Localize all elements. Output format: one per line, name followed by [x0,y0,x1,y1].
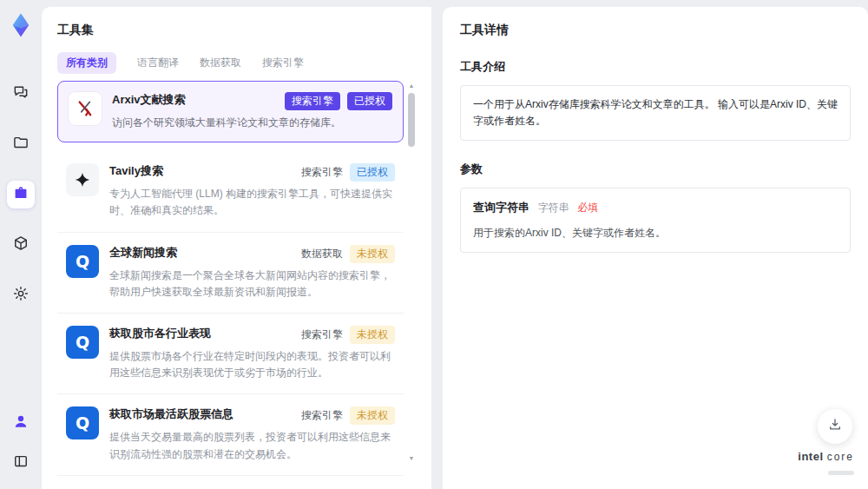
scrollbar-down-arrow[interactable]: ▼ [407,455,416,461]
tool-description: 全球新闻搜索是一个聚合全球各大新闻网站内容的搜索引擎，帮助用户快速获取全球最新资… [109,268,395,301]
tool-name: Tavily搜索 [109,163,163,179]
tool-category-label: 搜索引擎 [301,327,343,342]
settings-icon [12,285,30,306]
tools-panel: 工具集 所有类别 语言翻译 数据获取 搜索引擎 Arxiv文献搜索 搜索引擎 [42,7,431,489]
params-section-title: 参数 [460,162,851,177]
tool-description: 访问各个研究领域大量科学论文和文章的存储库。 [112,115,392,131]
chat-icon [12,83,30,104]
package-icon [12,235,30,255]
user-icon [12,413,30,433]
details-title: 工具详情 [460,23,851,38]
panel-toggle-icon [12,453,30,473]
download-icon [827,417,843,436]
tool-category-label: 搜索引擎 [301,165,343,180]
tool-list: Arxiv文献搜索 搜索引擎 已授权 访问各个研究领域大量科学论文和文章的存储库… [57,81,416,482]
arxiv-x-icon [69,92,102,125]
toolbox-icon [12,184,30,205]
tool-card-most-active-stocks[interactable]: Q 获取市场最活跃股票信息 搜索引擎 未授权 提供当天交易量最高的股票列表，投资… [57,394,404,475]
brand-core-text: core [827,451,854,463]
q-news-icon: Q [66,245,99,278]
tool-category-label: 数据获取 [301,247,343,261]
tool-card-sector-performance[interactable]: Q 获取股市各行业表现 搜索引擎 未授权 提供股票市场各个行业在特定时间段内的表… [57,314,404,394]
scrollbar-thumb[interactable] [408,93,415,147]
intro-text: 一个用于从Arxiv存储库搜索科学论文和文章的工具。 输入可以是Arxiv ID… [473,98,838,127]
download-button[interactable] [818,409,852,444]
tool-card-global-news[interactable]: Q 全球新闻搜索 数据获取 未授权 全球新闻搜索是一个聚合全球各大新闻网站内容的… [57,233,404,314]
tool-category-label: 搜索引擎 [301,408,343,423]
tab-all-categories[interactable]: 所有类别 [57,52,116,74]
tool-description: 提供股票市场各个行业在特定时间段内的表现。投资者可以利用这些信息来识别表现优于或… [109,348,395,381]
tool-category-badge: 搜索引擎 [285,92,340,110]
sidebar-item-tools[interactable] [7,181,35,208]
tool-auth-badge: 未授权 [350,406,395,425]
q-news-icon: Q [66,406,99,439]
tab-search-engine[interactable]: 搜索引擎 [262,52,304,74]
intro-section-title: 工具介绍 [460,59,851,75]
tool-auth-badge: 未授权 [350,326,395,344]
param-type: 字符串 [538,202,569,214]
intel-core-logo: intel core [798,450,854,479]
sidebar-item-files[interactable] [7,130,35,158]
param-name: 查询字符串 [473,201,529,214]
param-description: 用于搜索的Arxiv ID、关键字或作者姓名。 [473,225,838,241]
tool-name: 全球新闻搜索 [109,245,177,261]
q-news-icon: Q [66,326,99,359]
page-title: 工具集 [57,23,416,38]
param-box: 查询字符串 字符串 必填 用于搜索的Arxiv ID、关键字或作者姓名。 [460,188,851,253]
brand-intel-text: intel [798,450,823,463]
list-scrollbar: ▲ ▼ [407,81,416,482]
tool-card-regional-news[interactable]: 万维地区新闻查询 搜索引擎 未授权 查询具体行政区划内的新闻，快速了解各地新闻动 [57,476,404,482]
sidebar-item-settings[interactable] [7,281,35,309]
tool-name: 获取股市各行业表现 [109,326,211,341]
scrollbar-up-arrow[interactable]: ▲ [407,83,416,89]
sidebar-item-packages[interactable] [7,231,35,259]
param-required-flag: 必填 [577,202,598,214]
tool-details-panel: 工具详情 工具介绍 一个用于从Arxiv存储库搜索科学论文和文章的工具。 输入可… [443,7,868,489]
folder-icon [12,134,30,155]
sidebar-item-account[interactable] [7,409,35,437]
tool-name: 获取市场最活跃股票信息 [109,406,233,422]
tool-description: 提供当天交易量最高的股票列表，投资者可以利用这些信息来识别流动性强的股票和潜在的… [109,429,395,462]
tavily-sparkle-icon [66,163,99,196]
sidebar-item-collapse[interactable] [7,449,35,477]
sidebar-item-chat[interactable] [7,80,35,108]
tool-card-arxiv[interactable]: Arxiv文献搜索 搜索引擎 已授权 访问各个研究领域大量科学论文和文章的存储库… [57,81,404,142]
tool-auth-badge: 已授权 [347,92,392,110]
intro-box: 一个用于从Arxiv存储库搜索科学论文和文章的工具。 输入可以是Arxiv ID… [460,85,851,141]
brand-ultra-mark [828,471,854,475]
left-rail [0,0,42,489]
tool-auth-badge: 未授权 [350,245,395,263]
tool-name: Arxiv文献搜索 [112,92,186,108]
category-tabs: 所有类别 语言翻译 数据获取 搜索引擎 [57,52,416,74]
tab-language-translation[interactable]: 语言翻译 [137,52,179,74]
tool-card-tavily[interactable]: Tavily搜索 搜索引擎 已授权 专为人工智能代理 (LLM) 构建的搜索引擎… [57,151,404,232]
app-logo [6,10,36,40]
tab-data-fetching[interactable]: 数据获取 [200,52,241,74]
tool-description: 专为人工智能代理 (LLM) 构建的搜索引擎工具，可快速提供实时、准确和真实的结… [109,186,395,219]
tool-auth-badge: 已授权 [350,163,395,182]
